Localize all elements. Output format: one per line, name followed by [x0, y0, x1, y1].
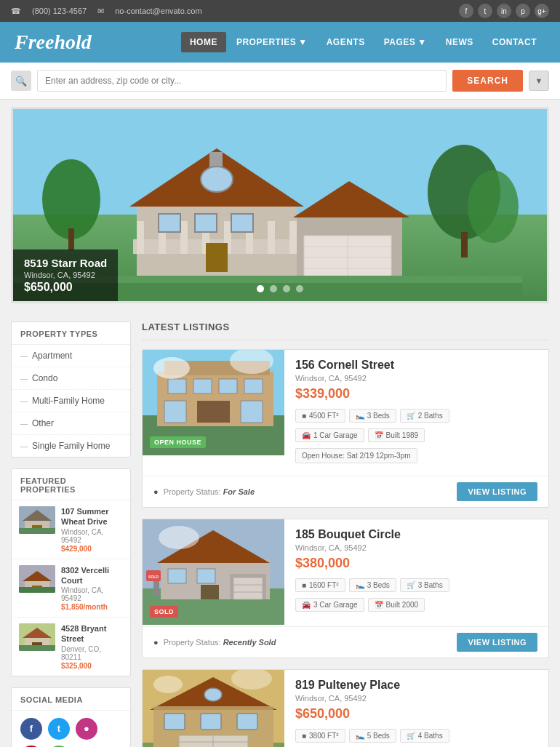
nav-pages[interactable]: PAGES ▼	[375, 32, 436, 52]
featured-name-1: 107 Summer Wheat Drive	[61, 506, 123, 527]
social-media-title: SOCIAL MEDIA	[12, 688, 130, 711]
type-apartment[interactable]: — Apartment	[12, 345, 130, 367]
baths-badge-3: 🛒 4 Baths	[400, 729, 449, 743]
svg-rect-68	[197, 569, 215, 583]
listing-bottom-1: ● Property Status: For Sale VIEW LISTING	[143, 476, 548, 507]
view-listing-btn-2[interactable]: VIEW LISTING	[457, 633, 537, 652]
svg-rect-9	[137, 221, 144, 254]
featured-item-2[interactable]: 8302 Vercelli Court Windsor, CA, 95492 $…	[12, 559, 130, 618]
chevron-down-icon-pages: ▼	[417, 37, 426, 47]
view-listing-btn-1[interactable]: VIEW LISTING	[457, 482, 537, 501]
beds-badge-2: 🛌 3 Beds	[349, 578, 396, 592]
type-singlefamily[interactable]: — Single Family Home	[12, 435, 130, 457]
twitter-button[interactable]: t	[48, 718, 70, 740]
svg-rect-79	[164, 714, 185, 730]
type-other[interactable]: — Other	[12, 412, 130, 435]
nav-home[interactable]: HOME	[181, 32, 226, 52]
listing-image-1: OPEN HOUSE	[143, 350, 284, 455]
featured-name-3: 4528 Bryant Street	[61, 623, 123, 644]
carousel-dot-1[interactable]	[257, 285, 264, 292]
svg-rect-16	[289, 221, 297, 254]
email-address: no-contact@envato.com	[115, 7, 201, 15]
listing-location-1: Windsor, CA, 95492	[295, 374, 537, 383]
svg-point-86	[153, 676, 183, 693]
svg-rect-64	[233, 578, 263, 599]
status-2: ● Property Status: Recently Sold	[153, 638, 276, 647]
svg-rect-50	[168, 379, 186, 394]
calendar-icon: 📅	[375, 601, 383, 609]
listing-badges-1b: 🚘 1 Car Garage 📅 Built 1989	[295, 428, 537, 442]
svg-rect-69	[201, 585, 219, 599]
svg-rect-3	[461, 232, 468, 257]
listing-badges-1: ■ 4500 FT² 🛌 3 Beds 🛒 2 Baths	[295, 409, 537, 423]
listing-location-3: Windsor, CA, 95492	[295, 694, 537, 703]
baths-badge-2: 🛒 3 Baths	[400, 578, 449, 592]
svg-rect-11	[180, 221, 188, 254]
featured-thumb-3	[19, 623, 55, 651]
hero-address: 8519 Starr Road	[24, 257, 107, 269]
carousel-dot-2[interactable]	[270, 285, 277, 292]
featured-item-1[interactable]: 107 Summer Wheat Drive Windsor, CA, 9549…	[12, 500, 130, 559]
header: Freehold HOME PROPERTIES ▼ AGENTS PAGES …	[0, 22, 560, 63]
garage-badge-2: 🚘 3 Car Garage	[295, 598, 364, 612]
listing-info-1: 156 Cornell Street Windsor, CA, 95492 $3…	[284, 350, 548, 476]
garage-icon: 🚘	[302, 431, 311, 439]
listing-card-3: 819 Pulteney Place Windsor, CA, 95492 $6…	[142, 669, 549, 747]
status-label-2: Recently Sold	[223, 638, 276, 647]
email-icon: ✉	[97, 7, 104, 16]
listings-panel: LATEST LISTINGS	[142, 321, 549, 747]
topbar-google-icon[interactable]: g+	[535, 4, 549, 18]
type-multifamily[interactable]: — Multi-Family Home	[12, 390, 130, 412]
nav-news[interactable]: NEWS	[437, 32, 482, 52]
listing-badges-2b: 🚘 3 Car Garage 📅 Built 2000	[295, 598, 537, 612]
svg-rect-56	[241, 401, 263, 423]
carousel-dot-3[interactable]	[283, 285, 290, 292]
search-dropdown-toggle[interactable]: ▼	[529, 71, 549, 91]
topbar-facebook-icon[interactable]: f	[459, 4, 473, 18]
carousel-dot-4[interactable]	[296, 285, 303, 292]
featured-price-2: $1,850/month	[61, 603, 123, 611]
listing-card-1: OPEN HOUSE 156 Cornell Street Windsor, C…	[142, 349, 549, 508]
nav-agents[interactable]: AGENTS	[318, 32, 374, 52]
pin-icon-2: ●	[153, 638, 159, 647]
svg-rect-45	[19, 645, 55, 651]
svg-point-4	[468, 170, 519, 243]
topbar-linkedin-icon[interactable]: in	[497, 4, 511, 18]
svg-rect-18	[195, 214, 217, 232]
svg-rect-81	[237, 714, 257, 730]
nav-properties[interactable]: PROPERTIES ▼	[228, 32, 316, 52]
featured-item-3[interactable]: 4528 Bryant Street Denver, CO, 80211 $32…	[12, 618, 130, 676]
listing-top-2: SOLD SOLD 185 Bouquet Circle Windsor, CA…	[143, 519, 548, 626]
hero-carousel-dots	[257, 285, 303, 292]
listing-price-1: $339,000	[295, 386, 537, 402]
bath-icon: 🛒	[407, 732, 415, 740]
type-label: Multi-Family Home	[32, 396, 105, 406]
search-button[interactable]: SEARCH	[452, 70, 523, 92]
open-house-note-1: Open House: Sat 2/19 12pm-3pm	[295, 448, 417, 463]
type-condo[interactable]: — Condo	[12, 367, 130, 390]
dash-icon: —	[20, 397, 28, 405]
listing-badges-2: ■ 1600 FT² 🛌 3 Beds 🛒 3 Baths	[295, 578, 537, 592]
sqft-icon: ■	[302, 732, 306, 740]
listing-name-3: 819 Pulteney Place	[295, 679, 537, 692]
beds-badge-1: 🛌 3 Beds	[349, 409, 396, 423]
topbar-twitter-icon[interactable]: t	[478, 4, 492, 18]
listing-image-2: SOLD SOLD	[143, 519, 284, 625]
built-badge-2: 📅 Built 2000	[368, 598, 425, 612]
listing-name-1: 156 Cornell Street	[295, 359, 537, 372]
instagram-button[interactable]: ●	[76, 718, 97, 740]
nav-contact[interactable]: CONTACT	[484, 32, 545, 52]
listing-image-3	[143, 670, 284, 747]
svg-rect-80	[201, 714, 221, 730]
garage-badge-1: 🚘 1 Car Garage	[295, 428, 364, 442]
site-logo[interactable]: Freehold	[15, 31, 92, 54]
bed-icon: 🛌	[356, 412, 364, 420]
main-content: PROPERTY TYPES — Apartment — Condo — Mul…	[0, 311, 560, 747]
svg-rect-19	[231, 214, 253, 232]
search-input[interactable]	[37, 70, 447, 92]
chevron-down-icon: ▼	[298, 37, 307, 47]
topbar-pinterest-icon[interactable]: p	[516, 4, 530, 18]
top-bar: ☎ (800) 123-4567 ✉ no-contact@envato.com…	[0, 0, 560, 22]
facebook-button[interactable]: f	[20, 718, 42, 740]
dash-icon: —	[20, 375, 28, 383]
